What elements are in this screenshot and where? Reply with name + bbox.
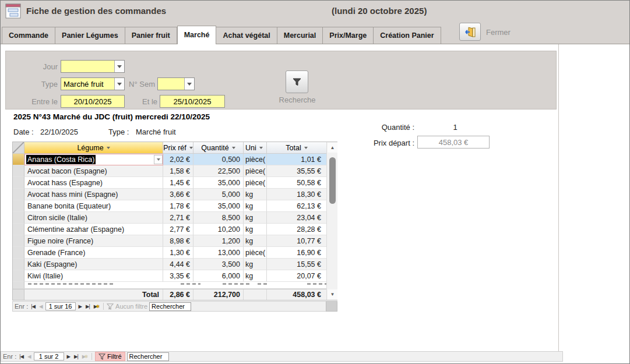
row-prix-cell[interactable]: 8,98 €: [163, 235, 193, 247]
type-combobox[interactable]: Marché fruit: [61, 77, 125, 90]
row-uni-cell[interactable]: kg: [244, 212, 267, 224]
row-total-cell[interactable]: 35,55 €: [267, 165, 326, 177]
row-total-cell[interactable]: 10,77 €: [267, 235, 326, 247]
row-total-cell[interactable]: 62,13 €: [267, 200, 326, 212]
previous-record-icon[interactable]: ◀: [38, 303, 44, 309]
main-previous-record-icon[interactable]: ◀: [26, 354, 32, 359]
row-selector[interactable]: [13, 200, 24, 212]
row-quantite-cell[interactable]: 3,500: [193, 259, 244, 270]
table-row[interactable]: Avocat hass (Espagne) 1,45 € 35,000 pièc…: [13, 177, 337, 189]
row-legume-cell[interactable]: Clémentine azahar (Espagne): [24, 224, 163, 235]
legume-dropdown-icon[interactable]: [154, 155, 163, 164]
row-selector[interactable]: [13, 165, 24, 177]
row-uni-cell[interactable]: pièce(: [244, 177, 267, 189]
column-header-legume[interactable]: Légume: [24, 142, 163, 154]
row-prix-cell[interactable]: 1,78 €: [163, 200, 193, 212]
row-selector[interactable]: [13, 282, 24, 289]
last-record-icon[interactable]: ▶|: [85, 303, 91, 309]
to-date-input[interactable]: 25/10/2025: [160, 95, 225, 108]
row-quantite-cell[interactable]: 8,500: [193, 212, 244, 224]
row-legume-cell[interactable]: Avocat hass (Espagne): [24, 177, 163, 189]
row-quantite-cell[interactable]: 22,500: [193, 165, 244, 177]
table-row[interactable]: Figue noire (France) 8,98 € 1,200 kg 10,…: [13, 235, 337, 247]
row-selector[interactable]: [13, 189, 24, 200]
scrollbar-thumb[interactable]: [329, 157, 336, 204]
row-selector[interactable]: [13, 177, 24, 189]
scroll-up-icon[interactable]: ▲: [328, 143, 337, 153]
row-uni-cell[interactable]: kg: [244, 235, 267, 247]
row-prix-cell[interactable]: 3,35 €: [163, 270, 193, 282]
row-legume-cell[interactable]: Figue noire (France): [24, 235, 163, 247]
row-selector[interactable]: [13, 235, 24, 247]
main-search-input[interactable]: Rechercher: [127, 352, 169, 361]
first-record-icon[interactable]: |◀: [30, 303, 36, 309]
sem-combobox[interactable]: [157, 77, 195, 90]
row-total-cell[interactable]: 1,01 €: [267, 154, 326, 165]
table-row[interactable]: Avocat bacon (Espagne) 1,58 € 22,500 piè…: [13, 165, 337, 177]
column-header-total[interactable]: Total: [267, 142, 326, 154]
row-legume-cell[interactable]: Banane bonita (Equateur): [24, 200, 163, 212]
row-prix-cell[interactable]: 2,02 €: [163, 154, 193, 165]
quantite-filter-icon[interactable]: [232, 147, 235, 149]
row-prix-cell[interactable]: 2,77 €: [163, 224, 193, 235]
row-quantite-cell[interactable]: 10,200: [193, 224, 244, 235]
row-uni-cell[interactable]: pièce(: [244, 154, 267, 165]
row-selector[interactable]: [13, 154, 24, 165]
tab-panier-l-gumes[interactable]: Panier Légumes: [55, 27, 125, 44]
table-row[interactable]: Banane bonita (Equateur) 1,78 € 35,000 k…: [13, 200, 337, 212]
tab-mercurial[interactable]: Mercurial: [277, 27, 323, 44]
row-total-cell[interactable]: 18,30 €: [267, 189, 326, 200]
row-total-cell[interactable]: 23,04 €: [267, 212, 326, 224]
row-legume-cell[interactable]: Kaki (Espagne): [24, 259, 163, 270]
no-filter-indicator[interactable]: Aucun filtre: [107, 303, 147, 310]
table-scrollbar[interactable]: ▲ ▼: [326, 142, 337, 300]
tab-march-[interactable]: Marché: [177, 26, 217, 44]
row-uni-cell[interactable]: kg: [244, 259, 267, 270]
column-header-quantite[interactable]: Quantité: [193, 142, 244, 154]
jour-dropdown-icon[interactable]: [114, 61, 124, 72]
row-prix-cell[interactable]: 1,30 €: [163, 247, 193, 259]
row-prix-cell[interactable]: 4,44 €: [163, 259, 193, 270]
row-quantite-cell[interactable]: 35,000: [193, 177, 244, 189]
search-filter-button[interactable]: [286, 70, 308, 93]
row-total-cell[interactable]: 15,55 €: [267, 259, 326, 270]
row-quantite-cell[interactable]: 35,000: [193, 200, 244, 212]
select-all-corner[interactable]: [13, 142, 24, 154]
row-legume-cell[interactable]: Grenade (France): [24, 247, 163, 259]
table-row[interactable]: Kiwi (Italie) 3,35 € 6,000 kg 20,07 €: [13, 270, 337, 282]
row-legume-cell[interactable]: Ananas (Costa Rica): [24, 154, 163, 165]
row-legume-cell[interactable]: Citron sicile (Italie): [24, 212, 163, 224]
table-row[interactable]: Citron sicile (Italie) 2,71 € 8,500 kg 2…: [13, 212, 337, 224]
row-selector[interactable]: [13, 259, 24, 270]
tab-panier-fruit[interactable]: Panier fruit: [125, 27, 177, 44]
tab-achat-v-g-tal[interactable]: Achat végétal: [216, 27, 277, 44]
row-prix-cell[interactable]: 1,58 €: [163, 165, 193, 177]
row-quantite-cell[interactable]: 6,000: [193, 270, 244, 282]
row-prix-cell[interactable]: 2,71 €: [163, 212, 193, 224]
subform-search-input[interactable]: Rechercher: [149, 302, 191, 311]
table-row[interactable]: Grenade (France) 1,30 € 13,000 pièce( 16…: [13, 247, 337, 259]
tab-commande[interactable]: Commande: [2, 27, 55, 44]
row-legume-cell[interactable]: Avocat bacon (Espagne): [24, 165, 163, 177]
row-legume-cell[interactable]: Avocat hass mini (Espagne): [24, 189, 163, 200]
row-uni-cell[interactable]: kg: [244, 189, 267, 200]
row-selector[interactable]: [13, 212, 24, 224]
table-row[interactable]: Avocat hass mini (Espagne) 3,66 € 5,000 …: [13, 189, 337, 200]
main-first-record-icon[interactable]: |◀: [18, 354, 24, 359]
table-row[interactable]: Clémentine azahar (Espagne) 2,77 € 10,20…: [13, 224, 337, 235]
tab-prix-marge[interactable]: Prix/Marge: [323, 27, 374, 44]
column-header-prix[interactable]: Prix réf: [163, 142, 193, 154]
close-form-button[interactable]: [459, 23, 481, 41]
sem-dropdown-icon[interactable]: [184, 78, 194, 90]
row-uni-cell[interactable]: pièce(: [244, 165, 267, 177]
main-new-record-icon[interactable]: ▶✱: [81, 354, 89, 359]
new-record-icon[interactable]: ▶✱: [93, 303, 100, 309]
row-total-cell[interactable]: 16,90 €: [267, 247, 326, 259]
row-uni-cell[interactable]: kg: [244, 270, 267, 282]
uni-filter-icon[interactable]: [259, 147, 263, 149]
row-uni-cell[interactable]: pièce(: [244, 247, 267, 259]
next-record-icon[interactable]: ▶: [78, 303, 83, 309]
row-quantite-cell[interactable]: 1,200: [193, 235, 244, 247]
prix-filter-icon[interactable]: [189, 147, 193, 149]
legume-filter-icon[interactable]: [107, 147, 110, 149]
